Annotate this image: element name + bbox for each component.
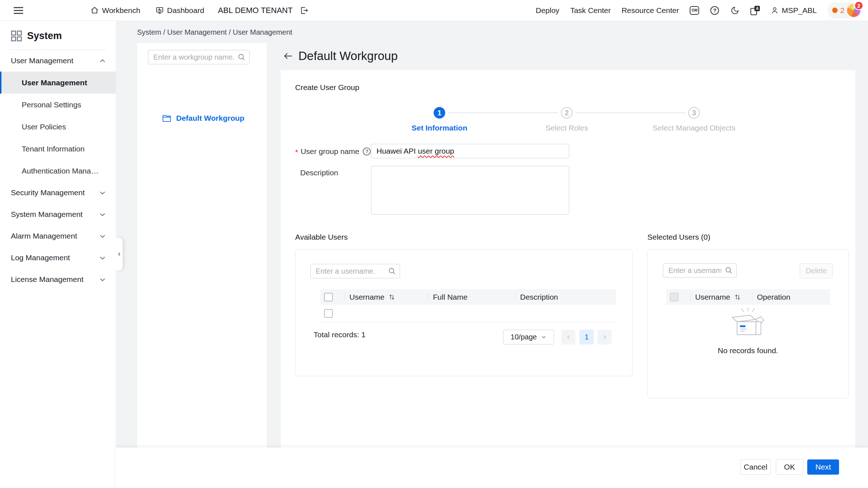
select-all-checkbox[interactable] [324, 293, 333, 301]
nav-resource-center[interactable]: Resource Center [622, 6, 679, 15]
chevron-right-icon [602, 334, 608, 340]
delete-button[interactable]: Delete [800, 263, 833, 278]
sidebar-group-label: Log Management [11, 253, 70, 262]
column-full-name[interactable]: Full Name [428, 293, 515, 301]
step-2-circle: 2 [561, 107, 573, 119]
footer-action-bar: Cancel OK Next [116, 448, 868, 488]
chevron-down-icon [99, 276, 106, 283]
row-checkbox-cell [320, 309, 344, 318]
om-chat-icon-label: OM [690, 6, 699, 15]
sidebar-item-authentication-management[interactable]: Authentication Mana… [0, 160, 116, 182]
nav-task-center[interactable]: Task Center [570, 6, 611, 15]
row-checkbox[interactable] [324, 309, 333, 318]
breadcrumb[interactable]: System / User Management / User Manageme… [137, 28, 292, 37]
ok-button[interactable]: OK [776, 459, 803, 475]
tree-node-default-workgroup[interactable]: Default Workgroup [162, 114, 244, 123]
workgroup-search [148, 50, 250, 64]
chevron-down-icon [541, 334, 546, 340]
nav-deploy[interactable]: Deploy [536, 6, 559, 15]
sidebar: System User Management User Management P… [0, 21, 116, 488]
sidebar-group-alarm-management[interactable]: Alarm Management [0, 225, 116, 247]
topbar-left: Workbench Dashboard ABL DEMO TENANT [0, 6, 309, 15]
chevron-down-icon [99, 211, 106, 218]
menu-icon[interactable] [14, 7, 23, 14]
column-description[interactable]: Description [515, 293, 616, 301]
nav-workbench-label: Workbench [102, 6, 140, 15]
search-icon[interactable] [725, 266, 733, 274]
sidebar-item-user-management[interactable]: User Management [0, 72, 116, 94]
card-title: Create User Group [295, 83, 359, 92]
sidebar-collapse-handle[interactable] [116, 238, 123, 270]
sort-icon[interactable] [388, 293, 396, 301]
box-label-line [740, 325, 745, 327]
next-button[interactable]: Next [807, 459, 839, 475]
available-users-table-header: Username Full Name Description [320, 289, 616, 305]
table-row [320, 305, 616, 322]
selected-users-panel: Delete Username Operation [647, 249, 848, 398]
switch-tenant-icon[interactable] [300, 6, 309, 15]
om-chat-icon[interactable]: OM [690, 6, 699, 15]
nav-dashboard[interactable]: Dashboard [156, 6, 204, 15]
sidebar-group-system-management[interactable]: System Management [0, 204, 116, 225]
search-icon[interactable] [238, 53, 246, 61]
sidebar-group-license-management[interactable]: License Management [0, 269, 116, 290]
grid-icon [11, 30, 22, 42]
step-1-circle: 1 [434, 107, 445, 119]
language-icon-shape: A [750, 6, 760, 15]
select-all-checkbox-disabled [670, 293, 678, 301]
help-icon[interactable]: ? [363, 147, 371, 155]
chevron-left-icon [117, 251, 122, 257]
next-page-button[interactable] [597, 330, 612, 344]
sidebar-item-label: User Management [22, 78, 87, 87]
empty-state: No records found. [648, 307, 848, 355]
nav-workbench[interactable]: Workbench [90, 6, 140, 15]
sidebar-item-label: User Policies [22, 123, 66, 131]
required-mark: * [295, 148, 298, 157]
user-group-name-label: User group name [301, 147, 359, 156]
cancel-button[interactable]: Cancel [740, 459, 771, 475]
sidebar-group-user-management[interactable]: User Management [0, 50, 116, 72]
sidebar-header: System [0, 21, 116, 50]
notification-badge: 2 [854, 1, 863, 10]
chevron-left-icon [566, 334, 571, 340]
sidebar-item-personal-settings[interactable]: Personal Settings [0, 94, 116, 116]
search-icon[interactable] [388, 267, 396, 275]
column-username[interactable]: Username [345, 293, 428, 301]
home-icon [90, 6, 99, 14]
user-group-name-input[interactable]: Huawei API user group [371, 144, 569, 158]
prev-page-button[interactable] [561, 330, 575, 344]
help-icon[interactable]: ? [710, 6, 719, 15]
workgroup-tree-panel: Default Workgroup [137, 43, 267, 448]
tenant-name: ABL DEMO TENANT [218, 6, 293, 15]
description-textarea[interactable] [371, 166, 569, 215]
sidebar-group-log-management[interactable]: Log Management [0, 247, 116, 269]
app-wheel-icon[interactable]: 2 [847, 4, 860, 17]
available-users-search-input[interactable] [310, 264, 400, 278]
nav-dashboard-label: Dashboard [167, 6, 204, 15]
column-operation: Operation [752, 293, 830, 301]
sidebar-group-label: Security Management [11, 188, 85, 197]
page-1-button[interactable]: 1 [579, 330, 594, 344]
sidebar-group-security-management[interactable]: Security Management [0, 182, 116, 204]
language-icon[interactable]: A [750, 6, 760, 15]
column-username-label: Username [695, 293, 730, 301]
selected-users-table-header: Username Operation [666, 289, 830, 305]
workgroup-search-input[interactable] [148, 50, 250, 64]
user-group-name-label-row: * User group name ? [295, 146, 371, 157]
sidebar-item-user-policies[interactable]: User Policies [0, 116, 116, 138]
description-label: Description [300, 168, 338, 177]
alarm-pill[interactable]: 2 2 [827, 3, 862, 18]
dark-mode-moon-icon[interactable] [730, 6, 740, 15]
sidebar-item-tenant-information[interactable]: Tenant Information [0, 138, 116, 160]
header-checkbox-cell [320, 293, 344, 301]
no-records-text: No records found. [648, 346, 848, 355]
sort-icon[interactable] [733, 293, 741, 301]
user-menu[interactable]: MSP_ABL [771, 6, 817, 15]
chevron-down-icon [99, 232, 106, 240]
page-size-select[interactable]: 10/page [503, 330, 554, 344]
sidebar-group-label: Alarm Management [11, 232, 77, 240]
back-arrow-icon[interactable] [283, 51, 294, 61]
name-value-spellchecked: user group [418, 147, 454, 155]
column-username[interactable]: Username [690, 293, 752, 301]
sidebar-item-label: Tenant Information [22, 145, 85, 153]
